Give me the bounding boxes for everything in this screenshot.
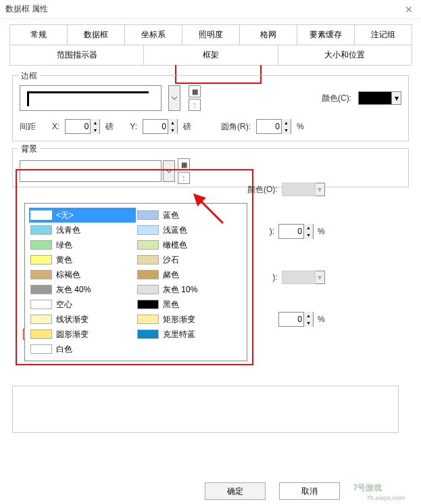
color-name: 白色: [56, 344, 72, 355]
color-name: <无>: [56, 210, 74, 221]
color-swatch: [30, 300, 52, 309]
color-option[interactable]: 灰色 10%: [136, 282, 243, 297]
spacing-label: 间距: [20, 121, 36, 133]
tab-注记组[interactable]: 注记组: [354, 24, 412, 45]
color-swatch: [137, 240, 159, 250]
color-swatch: [137, 300, 159, 309]
color-swatch: [282, 271, 316, 284]
color-option[interactable]: 沙石: [136, 252, 243, 267]
color-option[interactable]: <无>: [29, 208, 136, 223]
num-field: [279, 315, 303, 324]
background-style-preview[interactable]: [20, 160, 162, 182]
spin-up-icon[interactable]: ▲: [168, 119, 177, 127]
tab-要素缓存[interactable]: 要素缓存: [297, 24, 355, 45]
spacing-x-input[interactable]: ▲▼: [65, 119, 100, 134]
spin-up-icon: ▲: [303, 224, 313, 231]
chevron-down-icon: [172, 95, 177, 101]
y-label: Y:: [130, 122, 137, 131]
tab-大小和位置[interactable]: 大小和位置: [278, 45, 412, 65]
spin-down-icon[interactable]: ▼: [168, 127, 177, 134]
tab-框架[interactable]: 框架: [143, 45, 278, 65]
color-name: 蓝色: [163, 210, 179, 221]
border-legend: 边框: [18, 70, 40, 82]
spin-up-icon[interactable]: ▲: [90, 119, 99, 127]
tab-常规[interactable]: 常规: [9, 24, 68, 45]
color-name: 黄色: [56, 254, 72, 266]
tab-格网[interactable]: 格网: [239, 24, 297, 45]
spin-up-icon[interactable]: ▲: [281, 119, 291, 127]
background-group: 背景 ▦ :: [12, 148, 409, 187]
spin-down-icon[interactable]: ▼: [90, 127, 99, 134]
bg-props-icon[interactable]: ▦: [178, 158, 190, 170]
color-option[interactable]: 线状渐变: [29, 312, 136, 327]
color-swatch: [30, 270, 52, 279]
color-name: 空心: [56, 299, 72, 311]
color-option[interactable]: 空心: [29, 297, 136, 312]
round-input[interactable]: ▲▼: [256, 119, 291, 134]
color-name: 绿色: [56, 239, 72, 251]
color-option[interactable]: 矩形渐变: [136, 312, 243, 327]
background-style-dropdown[interactable]: [163, 160, 175, 182]
color-o-label: 颜色(O):: [247, 184, 278, 196]
color-option[interactable]: 克里特蓝: [136, 327, 243, 342]
color-option[interactable]: 蓝色: [136, 208, 243, 223]
spacing-y-input[interactable]: ▲▼: [143, 119, 178, 134]
tab-数据框[interactable]: 数据框: [67, 24, 125, 45]
shadow-group-outline: [12, 386, 399, 433]
color-label: 颜色(C):: [322, 93, 351, 104]
color-name: 矩形渐变: [163, 314, 195, 325]
watermark-text: 7号游戏: [353, 482, 382, 494]
spacing-x-field[interactable]: [66, 122, 90, 131]
watermark-sub: 7h.xiayx.com: [366, 495, 405, 501]
color-option[interactable]: 橄榄色: [136, 237, 243, 252]
color-option[interactable]: 浅青色: [29, 223, 136, 237]
border-edit-icon[interactable]: :: [189, 99, 201, 111]
color-option[interactable]: 黑色: [136, 297, 243, 312]
chevron-down-icon: [166, 168, 172, 174]
color-swatch: [30, 344, 52, 354]
spin-down-icon: ▼: [303, 319, 313, 327]
border-style-preview[interactable]: [20, 85, 162, 111]
label-fragment: ):: [272, 273, 277, 282]
spin-down-icon[interactable]: ▼: [281, 127, 291, 134]
color-option[interactable]: 灰色 40%: [29, 282, 136, 297]
tab-照明度[interactable]: 照明度: [182, 24, 240, 45]
bg-edit-icon[interactable]: :: [178, 172, 190, 184]
color-name: 赭色: [163, 269, 179, 281]
color-palette-popup: <无>蓝色浅青色浅蓝色绿色橄榄色黄色沙石棕褐色赭色灰色 40%灰色 10%空心黑…: [24, 203, 247, 361]
color-swatch: [30, 329, 52, 339]
color-name: 圆形渐变: [56, 329, 89, 340]
color-option[interactable]: 棕褐色: [29, 267, 136, 282]
color-option[interactable]: 绿色: [29, 237, 136, 252]
spacing-y-field[interactable]: [143, 122, 168, 131]
border-color-picker[interactable]: ▾: [358, 91, 401, 105]
num-field: [279, 227, 303, 236]
border-props-icon[interactable]: ▦: [189, 85, 201, 97]
tab-strip: 常规数据框坐标系照明度格网要素缓存注记组 范围指示器框架大小和位置: [9, 24, 412, 66]
color-name: 橄榄色: [163, 239, 187, 251]
ok-button[interactable]: 确定: [205, 482, 266, 500]
tab-坐标系[interactable]: 坐标系: [124, 24, 182, 45]
color-swatch: [30, 240, 52, 250]
color-option[interactable]: 黄色: [29, 252, 136, 267]
color-name: 浅青色: [56, 225, 80, 236]
chevron-down-icon: ▾: [392, 91, 401, 105]
color-swatch: [137, 285, 159, 294]
close-icon[interactable]: ✕: [402, 4, 416, 15]
color-option[interactable]: 赭色: [136, 267, 243, 282]
tab-范围指示器[interactable]: 范围指示器: [9, 45, 144, 65]
watermark: 7号游戏 7h.xiayx.com: [317, 472, 418, 504]
titlebar: 数据框 属性 ✕: [0, 0, 421, 19]
color-option[interactable]: 圆形渐变: [29, 327, 136, 342]
color-name: 浅蓝色: [163, 225, 187, 236]
color-name: 线状渐变: [56, 314, 89, 325]
color-name: 灰色 40%: [56, 284, 91, 296]
color-swatch: [137, 329, 159, 339]
border-style-dropdown[interactable]: [168, 85, 180, 111]
round-field[interactable]: [257, 122, 281, 131]
color-swatch: [30, 210, 52, 220]
color-swatch: [30, 315, 52, 324]
color-option[interactable]: 白色: [29, 342, 136, 357]
color-option[interactable]: 浅蓝色: [136, 223, 243, 237]
background-legend: 背景: [18, 143, 40, 155]
